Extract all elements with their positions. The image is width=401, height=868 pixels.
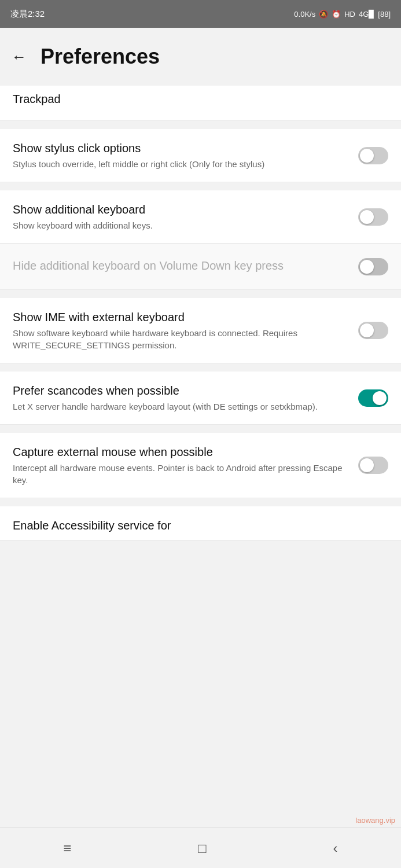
network-speed: 0.0K/s <box>294 10 315 19</box>
divider-6 <box>0 498 401 506</box>
setting-prefer-scancodes-title: Prefer scancodes when possible <box>13 383 348 398</box>
divider-5 <box>0 425 401 433</box>
alarm-icon: ⏰ <box>332 10 341 19</box>
toggle-show-ime[interactable] <box>358 322 388 339</box>
toggle-show-stylus-slider <box>358 147 388 164</box>
toggle-show-stylus[interactable] <box>358 147 388 164</box>
page-title: Preferences <box>41 45 160 69</box>
setting-show-stylus-desc: Stylus touch override, left middle or ri… <box>13 158 348 170</box>
nav-home-icon[interactable]: □ <box>198 840 207 856</box>
setting-additional-keyboard[interactable]: Show additional keyboard Show keyboard w… <box>0 190 401 244</box>
toggle-additional-keyboard[interactable] <box>358 208 388 226</box>
setting-additional-keyboard-desc: Show keyboard with additional keys. <box>13 219 348 231</box>
app-bar: ← Preferences <box>0 28 401 86</box>
partial-top-title: Trackpad <box>13 91 378 106</box>
status-bar: 凌晨2:32 0.0K/s 🔕 ⏰ HD 4G▉ [88] <box>0 0 401 28</box>
toggle-additional-keyboard-slider <box>358 208 388 226</box>
setting-show-ime-desc: Show software keyboard while hardware ke… <box>13 327 348 351</box>
toggle-capture-mouse[interactable] <box>358 457 388 474</box>
setting-show-stylus-text: Show stylus click options Stylus touch o… <box>13 141 358 170</box>
setting-prefer-scancodes-text: Prefer scancodes when possible Let X ser… <box>13 383 358 413</box>
toggle-prefer-scancodes-slider <box>358 389 388 407</box>
setting-capture-mouse-desc: Intercept all hardware mouse events. Poi… <box>13 462 348 486</box>
divider-1 <box>0 121 401 129</box>
toggle-hide-keyboard-slider <box>358 258 388 275</box>
setting-hide-keyboard-title: Hide additional keyboard on Volume Down … <box>13 258 348 273</box>
setting-capture-mouse-title: Capture external mouse when possible <box>13 444 348 459</box>
hd-icon: HD <box>344 10 355 19</box>
setting-prefer-scancodes[interactable]: Prefer scancodes when possible Let X ser… <box>0 372 401 425</box>
setting-show-stylus-title: Show stylus click options <box>13 141 348 156</box>
nav-menu-icon[interactable]: ≡ <box>63 840 71 856</box>
partial-bottom-item: Enable Accessibility service for <box>0 506 401 540</box>
setting-show-ime[interactable]: Show IME with external keyboard Show sof… <box>0 298 401 363</box>
divider-3 <box>0 290 401 298</box>
toggle-show-ime-slider <box>358 322 388 339</box>
setting-hide-keyboard-text: Hide additional keyboard on Volume Down … <box>13 258 358 275</box>
bottom-spacer <box>0 540 401 581</box>
divider-4 <box>0 363 401 372</box>
partial-top-item: Trackpad <box>0 86 401 121</box>
setting-additional-keyboard-text: Show additional keyboard Show keyboard w… <box>13 202 358 231</box>
status-time: 凌晨2:32 <box>10 9 45 20</box>
setting-capture-mouse-text: Capture external mouse when possible Int… <box>13 444 358 486</box>
setting-show-ime-title: Show IME with external keyboard <box>13 310 348 325</box>
toggle-capture-mouse-slider <box>358 457 388 474</box>
settings-list: Trackpad Show stylus click options Stylu… <box>0 86 401 540</box>
watermark: laowang.vip <box>355 816 395 825</box>
setting-prefer-scancodes-desc: Let X server handle hardware keyboard la… <box>13 400 348 413</box>
battery-icon: [88] <box>378 10 391 19</box>
nav-bar: ≡ □ ‹ <box>0 827 401 868</box>
toggle-prefer-scancodes[interactable] <box>358 389 388 407</box>
network-icon: 4G▉ <box>359 10 374 19</box>
divider-2 <box>0 182 401 190</box>
toggle-hide-keyboard <box>358 258 388 275</box>
setting-capture-mouse[interactable]: Capture external mouse when possible Int… <box>0 433 401 498</box>
setting-show-ime-text: Show IME with external keyboard Show sof… <box>13 310 358 351</box>
status-icons: 0.0K/s 🔕 ⏰ HD 4G▉ [88] <box>294 10 391 19</box>
mute-icon: 🔕 <box>319 10 328 19</box>
partial-top-text: Trackpad <box>13 91 388 109</box>
nav-back-icon[interactable]: ‹ <box>333 840 338 856</box>
setting-hide-keyboard: Hide additional keyboard on Volume Down … <box>0 244 401 290</box>
setting-show-stylus[interactable]: Show stylus click options Stylus touch o… <box>0 129 401 182</box>
partial-bottom-title: Enable Accessibility service for <box>13 518 388 533</box>
setting-additional-keyboard-title: Show additional keyboard <box>13 202 348 217</box>
back-button[interactable]: ← <box>12 48 27 66</box>
